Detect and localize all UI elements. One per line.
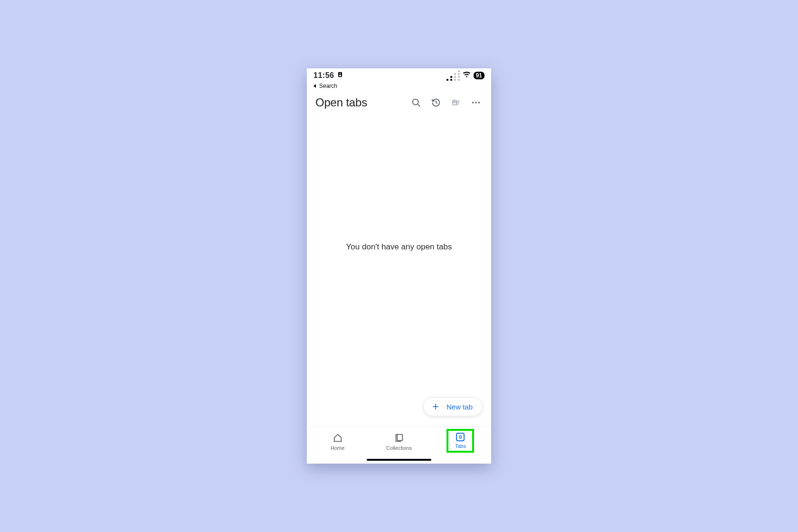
nav-tabs[interactable]: 0 Tabs [430,430,491,464]
nav-home[interactable]: Home [307,430,368,464]
tabs-count-value: 0 [459,434,462,440]
back-arrow-icon [313,84,317,88]
history-button[interactable] [428,95,444,110]
empty-state-message: You don't have any open tabs [346,242,452,252]
back-label: Search [319,83,337,89]
svg-rect-16 [397,435,402,441]
new-tab-button[interactable]: New tab [423,397,483,416]
collections-icon [394,433,404,443]
svg-point-3 [413,99,418,105]
tabs-empty-area: You don't have any open tabs New tab [307,115,491,427]
home-indicator[interactable] [367,459,431,461]
cellular-icon [446,70,460,81]
more-horizontal-icon [471,97,481,108]
page-title: Open tabs [315,96,404,109]
page-header: Open tabs [307,90,491,115]
search-icon [411,97,421,108]
home-icon [332,433,343,443]
svg-rect-2 [339,75,342,76]
camera-icon [337,71,343,80]
status-time: 11:56 [314,71,334,80]
back-to-search-button[interactable]: Search [307,83,491,90]
svg-line-4 [418,104,420,107]
svg-rect-5 [453,100,456,105]
history-icon [431,97,441,108]
search-button[interactable] [408,95,424,110]
status-bar: 11:56 91 [307,68,491,83]
battery-indicator: 91 [474,72,484,79]
plus-icon [431,402,440,411]
more-button[interactable] [468,95,484,110]
close-all-icon [451,98,461,107]
tabs-count-icon: 0 [456,433,465,441]
new-tab-label: New tab [446,403,473,411]
svg-point-11 [472,102,474,104]
svg-point-13 [478,102,480,104]
close-all-button[interactable] [448,95,464,110]
nav-home-label: Home [331,445,344,451]
phone-frame: 11:56 91 Search Open tabs [307,68,491,464]
nav-tabs-label: Tabs [455,443,466,449]
nav-collections-label: Collections [386,445,412,451]
svg-point-1 [340,73,341,74]
svg-rect-0 [338,72,342,77]
bottom-nav: Home Collections 0 Tabs [307,427,491,464]
svg-point-12 [475,102,477,104]
wifi-icon [463,71,471,81]
